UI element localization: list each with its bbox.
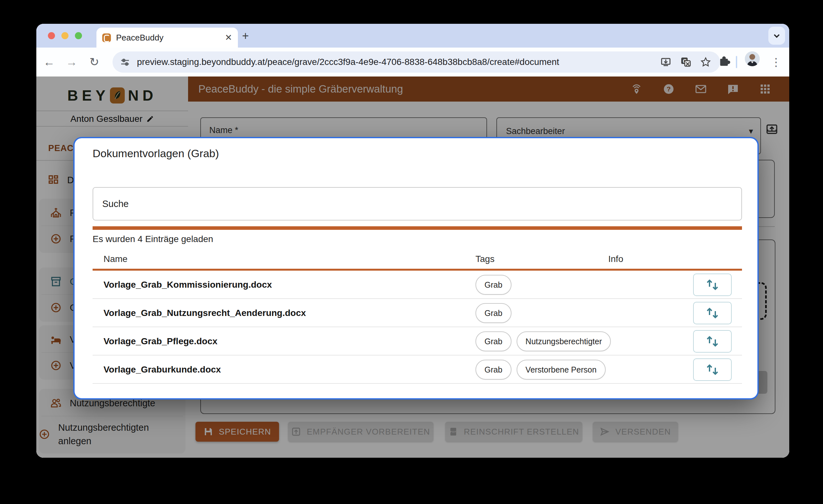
extensions-puzzle-icon[interactable] <box>717 54 731 68</box>
column-header-name: Name <box>104 254 128 264</box>
document-name: Vorlage_Grab_Kommissionierung.docx <box>104 271 272 299</box>
toolbar-separator <box>736 56 737 68</box>
templates-table: Name Tags Info Vorlage_Grab_Kommissionie… <box>93 251 742 384</box>
tag-pill: Verstorbene Person <box>517 360 606 380</box>
dokumentvorlagen-modal: Dokumentvorlagen (Grab) Suche Es wurden … <box>73 137 759 399</box>
table-row[interactable]: Vorlage_Grab_Kommissionierung.docx Grab <box>93 271 742 299</box>
page-content: BEYND Anton Gesslbauer PEACEBUDDY Dashbo… <box>36 76 789 458</box>
new-tab-button[interactable]: + <box>242 31 249 41</box>
table-header: Name Tags Info <box>93 251 742 269</box>
browser-tab[interactable]: PeaceBuddy ✕ <box>97 28 238 47</box>
address-bar[interactable]: preview.staging.beyondbuddy.at/peace/gra… <box>113 51 720 72</box>
reload-button[interactable]: ↻ <box>85 47 103 76</box>
swap-vertical-icon <box>704 306 721 320</box>
tag-pill: Grab <box>476 331 511 351</box>
browser-window: PeaceBuddy ✕ + ← → ↻ preview.staging.bey… <box>36 24 789 458</box>
search-label: Suche <box>102 199 129 209</box>
site-settings-icon[interactable] <box>120 57 130 67</box>
import-export-button[interactable] <box>693 330 732 353</box>
tab-search-chevron-button[interactable] <box>768 27 785 45</box>
tab-close-icon[interactable]: ✕ <box>225 32 232 43</box>
close-window-button[interactable] <box>48 32 55 39</box>
zoom-window-button[interactable] <box>75 32 82 39</box>
tag-list: GrabVerstorbene Person <box>476 355 611 384</box>
minimize-window-button[interactable] <box>61 32 68 39</box>
install-app-icon[interactable] <box>660 56 671 67</box>
tag-list: GrabNutzungsberechtigter <box>476 327 616 355</box>
table-body: Vorlage_Grab_Kommissionierung.docx Grab … <box>93 271 742 384</box>
url-text: preview.staging.beyondbuddy.at/peace/gra… <box>137 57 660 67</box>
table-row[interactable]: Vorlage_Grab_Nutzungsrecht_Aenderung.doc… <box>93 299 742 327</box>
column-header-tags: Tags <box>476 254 494 264</box>
search-input[interactable]: Suche <box>93 187 742 220</box>
forward-button[interactable]: → <box>63 47 81 76</box>
back-button[interactable]: ← <box>40 47 58 76</box>
import-export-button[interactable] <box>693 302 732 324</box>
browser-menu-kebab-icon[interactable]: ⋮ <box>771 55 778 69</box>
swap-vertical-icon <box>704 334 721 348</box>
tag-pill: Nutzungsberechtigter <box>517 331 611 351</box>
tab-title: PeaceBuddy <box>116 33 225 43</box>
translate-icon[interactable]: G <box>680 56 691 67</box>
tab-strip: PeaceBuddy ✕ + <box>36 24 789 47</box>
tag-pill: Grab <box>476 303 511 323</box>
progress-bar <box>93 226 742 230</box>
peacebuddy-favicon-icon <box>102 33 111 42</box>
tag-list: Grab <box>476 271 517 299</box>
tag-list: Grab <box>476 299 517 327</box>
person-photo-icon <box>745 51 760 66</box>
bookmark-star-icon[interactable] <box>700 56 711 67</box>
browser-toolbar: ← → ↻ preview.staging.beyondbuddy.at/pea… <box>36 47 789 76</box>
tag-pill: Grab <box>476 360 511 380</box>
tag-pill: Grab <box>476 275 511 295</box>
swap-vertical-icon <box>704 363 721 377</box>
document-name: Vorlage_Graburkunde.docx <box>104 355 221 384</box>
swap-vertical-icon <box>704 278 721 292</box>
document-name: Vorlage_Grab_Nutzungsrecht_Aenderung.doc… <box>104 299 306 327</box>
table-row[interactable]: Vorlage_Grab_Pflege.docx GrabNutzungsber… <box>93 327 742 355</box>
result-count-text: Es wurden 4 Einträge geladen <box>93 234 213 244</box>
document-name: Vorlage_Grab_Pflege.docx <box>104 327 217 355</box>
column-header-info: Info <box>608 254 623 264</box>
import-export-button[interactable] <box>693 358 732 381</box>
modal-title: Dokumentvorlagen (Grab) <box>93 147 219 160</box>
table-row[interactable]: Vorlage_Graburkunde.docx GrabVerstorbene… <box>93 355 742 384</box>
profile-avatar[interactable] <box>745 51 760 66</box>
import-export-button[interactable] <box>693 274 732 296</box>
chevron-down-icon <box>773 31 781 40</box>
